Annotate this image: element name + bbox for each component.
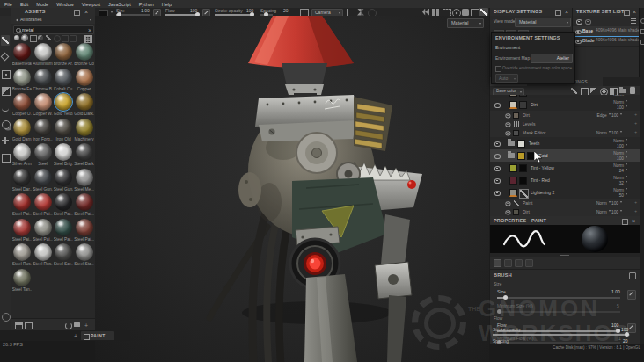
- add-effect-icon[interactable]: [571, 88, 577, 94]
- filter-material-sphere-icon[interactable]: [14, 35, 19, 40]
- close-icon[interactable]: ×: [565, 10, 568, 14]
- projection-tool-icon[interactable]: [2, 70, 11, 79]
- effect-blend-mode[interactable]: Norm: [596, 210, 607, 214]
- menu-file[interactable]: File: [4, 2, 12, 7]
- menu-window[interactable]: Window: [56, 2, 74, 7]
- texture-set-eye-icon[interactable]: [574, 38, 582, 45]
- show-all-sets-eye-icon[interactable]: [575, 18, 582, 25]
- filter-smart-material-icon[interactable]: [22, 35, 27, 40]
- rail-gear-icon[interactable]: [640, 18, 644, 24]
- effect-blend-mode[interactable]: Norm: [596, 201, 607, 206]
- view-mode-dropdown[interactable]: Material: [515, 18, 571, 27]
- material-item[interactable]: Iron Old: [54, 119, 74, 141]
- undock-icon[interactable]: [622, 219, 628, 225]
- add-asset-icon[interactable]: +: [84, 322, 88, 329]
- open-folder-icon[interactable]: [74, 322, 80, 327]
- layer-row-effect[interactable]: Dirt Norm 100 +: [490, 207, 640, 216]
- layer-blend-mode[interactable]: Norm: [613, 95, 624, 97]
- undock-icon[interactable]: [74, 10, 80, 16]
- colorspace-auto-dropdown[interactable]: Auto: [495, 74, 518, 83]
- material-item[interactable]: Steel Tan...: [12, 269, 33, 292]
- viewport-shading-dropdown[interactable]: Material: [447, 18, 484, 28]
- layer-row[interactable]: Lightening 2 Norm 50: [490, 186, 640, 199]
- paint-tool-button-active[interactable]: [479, 8, 488, 16]
- effect-visibility-icon[interactable]: [505, 130, 511, 136]
- min-flow-slider[interactable]: [497, 342, 620, 344]
- effect-visibility-icon[interactable]: [505, 112, 511, 119]
- add-paint-layer-icon[interactable]: [590, 88, 596, 94]
- material-item[interactable]: Silver Arm...: [12, 143, 33, 166]
- effect-expand-icon[interactable]: +: [634, 131, 637, 135]
- material-item[interactable]: Steel Pai...: [74, 219, 94, 242]
- tool-properties-tab-stencil[interactable]: [515, 259, 523, 267]
- layer-visibility-icon[interactable]: [494, 101, 501, 108]
- layer-opacity[interactable]: 24: [619, 169, 624, 173]
- material-item[interactable]: Copper O...: [12, 93, 33, 116]
- layer-visibility-icon[interactable]: [494, 152, 501, 159]
- material-item[interactable]: Steel Me...: [74, 169, 94, 192]
- close-icon[interactable]: ×: [633, 10, 636, 14]
- filter-particles-icon[interactable]: [54, 35, 61, 42]
- import-asset-icon[interactable]: [15, 322, 23, 329]
- material-item[interactable]: Steel Gun...: [54, 169, 74, 192]
- material-item[interactable]: Steel: [33, 143, 53, 166]
- filter-brush-icon[interactable]: [46, 35, 51, 40]
- material-item[interactable]: Gold Yello...: [54, 93, 74, 116]
- list-options-icon[interactable]: [631, 18, 636, 24]
- camera-tool-icon[interactable]: [462, 9, 469, 16]
- material-item[interactable]: Aluminium...: [33, 43, 53, 66]
- clear-search-icon[interactable]: ×: [88, 28, 91, 33]
- material-item[interactable]: Steel Scr...: [54, 243, 74, 266]
- undock-icon[interactable]: [624, 10, 630, 16]
- material-item[interactable]: Chrome B...: [33, 69, 53, 91]
- size-slider[interactable]: [497, 297, 620, 299]
- material-item[interactable]: Gold Dam...: [12, 119, 33, 141]
- tool-properties-tab-material[interactable]: [525, 259, 533, 267]
- panel-splitter[interactable]: [490, 253, 640, 257]
- texture-set-row[interactable]: Blade 4096x4096 Main shader: [573, 36, 640, 47]
- brush-preview-chevron-icon[interactable]: [111, 11, 113, 14]
- material-item[interactable]: Machinery: [74, 119, 94, 141]
- material-item[interactable]: Steel Pai...: [33, 219, 53, 242]
- add-dock-tab-icon[interactable]: +: [74, 333, 77, 339]
- flow-pen-pressure-toggle[interactable]: [627, 323, 636, 333]
- symmetry-icon[interactable]: [357, 9, 364, 16]
- filter-effects-icon[interactable]: [62, 35, 69, 42]
- layer-opacity[interactable]: 100: [617, 105, 624, 110]
- effect-visibility-icon[interactable]: [505, 121, 511, 127]
- material-item[interactable]: Steel Dark...: [74, 143, 94, 166]
- brush-tool-icon[interactable]: [2, 37, 9, 44]
- material-item[interactable]: Cobalt Cu...: [54, 69, 74, 91]
- material-item[interactable]: Bronze Fa...: [12, 69, 33, 91]
- refresh-shelf-icon[interactable]: [65, 322, 72, 329]
- layer-blend-mode[interactable]: Norm: [613, 151, 624, 156]
- layer-visibility-icon[interactable]: [494, 189, 501, 196]
- settings-icon[interactable]: [2, 313, 11, 322]
- layer-row-selected[interactable]: Gold Norm 100: [490, 149, 640, 163]
- material-item[interactable]: Steel Pai...: [54, 193, 74, 216]
- material-item[interactable]: Steel Gun...: [33, 169, 53, 192]
- prop-stroke-opacity-slider[interactable]: [493, 334, 630, 336]
- rail-help-icon[interactable]: [640, 40, 644, 45]
- brush-preset-icon[interactable]: [629, 272, 636, 279]
- solo-set-eye-icon[interactable]: [584, 18, 591, 25]
- layer-row[interactable]: Tint - Yellow Norm 24: [490, 162, 640, 175]
- material-item[interactable]: Steel Sta...: [74, 243, 94, 266]
- material-item[interactable]: Bronze Co...: [74, 43, 94, 66]
- effect-expand-icon[interactable]: +: [634, 201, 637, 206]
- effect-expand-icon[interactable]: +: [634, 113, 637, 118]
- effect-expand-icon[interactable]: +: [634, 122, 637, 127]
- undock-icon[interactable]: [555, 10, 561, 16]
- layer-visibility-icon[interactable]: [494, 164, 501, 171]
- material-item[interactable]: Steel Pai...: [54, 219, 74, 242]
- material-item[interactable]: Steel Rus...: [12, 243, 33, 266]
- filter-texture-icon[interactable]: [38, 35, 43, 40]
- override-colorspace-checkbox[interactable]: [495, 66, 501, 72]
- effect-visibility-icon[interactable]: [505, 200, 511, 206]
- material-item[interactable]: Copper W...: [33, 93, 53, 116]
- layer-visibility-icon[interactable]: [494, 140, 501, 147]
- size-pen-pressure-toggle[interactable]: [627, 290, 636, 300]
- layer-visibility-icon[interactable]: [494, 177, 501, 184]
- pause-icon[interactable]: [432, 9, 439, 16]
- close-icon[interactable]: ×: [84, 10, 88, 14]
